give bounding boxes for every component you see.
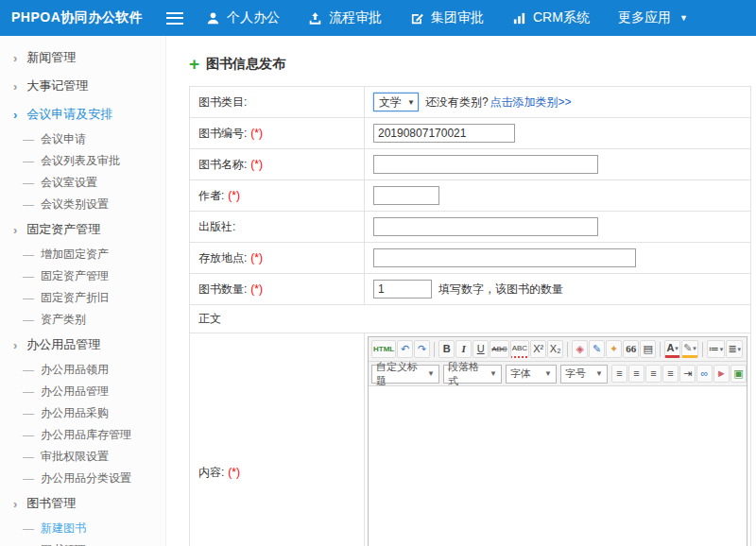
link-button[interactable]: ∞ <box>696 365 713 383</box>
chevron-down-icon: ▼ <box>679 13 688 23</box>
required-mark: (*) <box>250 282 263 296</box>
heading-select[interactable]: 自定义标题▼ <box>371 365 439 384</box>
rich-text-editor: HTML↶↷BIUABCABCX²X₂◈✎✦66▤A▾✎▾≔▾≣▾ 自定义标题▼… <box>368 336 747 546</box>
dash-icon: — <box>23 407 34 420</box>
sidebar-item[interactable]: —资产类别 <box>0 309 165 331</box>
sidebar-item[interactable]: —增加固定资产 <box>0 244 165 265</box>
clean-format-button[interactable]: ✦ <box>606 340 622 358</box>
indent-button[interactable]: ⇥ <box>679 365 696 383</box>
nav-process-approval[interactable]: 流程审批 <box>308 9 382 26</box>
sidebar-group-label: 图书管理 <box>26 495 76 512</box>
field-cell <box>365 212 751 243</box>
field-label: 作者:(*) <box>190 180 365 212</box>
numbered-list-button[interactable]: ≣▾ <box>726 340 743 358</box>
sidebar-group[interactable]: ›固定资产管理 <box>0 215 165 244</box>
editor-content[interactable] <box>369 386 747 546</box>
sidebar-menu: ›新闻管理›大事记管理›会议申请及安排—会议申请—会议列表及审批—会议室设置—会… <box>0 36 166 546</box>
add-category-link[interactable]: 点击添加类别>> <box>490 95 572 109</box>
font-color-button[interactable]: A▾ <box>664 340 680 358</box>
italic-button[interactable]: I <box>455 340 472 358</box>
sidebar-group[interactable]: ›会议申请及安排 <box>0 100 165 128</box>
sidebar-item-label: 固定资产折旧 <box>41 290 109 306</box>
toolbar-separator <box>434 342 435 357</box>
storage-location-input[interactable] <box>373 248 636 267</box>
sidebar-item[interactable]: —办公用品领用 <box>0 359 165 381</box>
book-number-input[interactable] <box>373 124 515 143</box>
nav-label: 集团审批 <box>431 9 484 26</box>
add-icon: + <box>189 55 199 73</box>
sidebar-item-label: 会议室设置 <box>41 175 97 191</box>
field-label: 图书编号:(*) <box>190 118 365 149</box>
dash-icon: — <box>23 270 34 283</box>
superscript-button[interactable]: X² <box>530 340 546 358</box>
blockquote-button[interactable]: 66 <box>623 340 639 358</box>
align-center-button[interactable]: ≡ <box>628 365 644 383</box>
chevron-down-icon: ▼ <box>595 369 603 378</box>
sidebar-group[interactable]: ›图书管理 <box>0 489 165 518</box>
bullet-list-button[interactable]: ≔▾ <box>707 340 726 358</box>
media-button[interactable]: ► <box>713 365 730 383</box>
dash-icon: — <box>23 314 34 327</box>
field-label: 图书名称:(*) <box>190 149 365 180</box>
book-quantity-input[interactable] <box>373 280 432 299</box>
sidebar-item[interactable]: —办公用品管理 <box>0 381 165 402</box>
sidebar-group[interactable]: ›新闻管理 <box>0 43 165 72</box>
nav-personal-office[interactable]: 个人办公 <box>206 9 280 26</box>
sidebar-item[interactable]: —办公用品库存管理 <box>0 424 165 446</box>
form-row: 存放地点:(*) <box>190 243 751 274</box>
menu-toggle-icon[interactable] <box>166 12 183 25</box>
font-family-select[interactable]: 字体▼ <box>506 365 557 384</box>
required-mark: (*) <box>250 127 263 140</box>
html-source-button[interactable]: HTML <box>371 340 396 358</box>
sidebar-item-label: 会议类别设置 <box>41 196 109 213</box>
category-hint: 还没有类别? <box>425 95 489 109</box>
sidebar-item[interactable]: —会议类别设置 <box>0 194 165 215</box>
underline-button[interactable]: U <box>472 340 489 358</box>
sidebar-item[interactable]: —办公用品分类设置 <box>0 468 165 489</box>
paragraph-select[interactable]: 段落格式▼ <box>443 365 502 384</box>
sidebar-item[interactable]: —新建图书 <box>0 518 165 539</box>
required-mark: (*) <box>228 189 240 202</box>
form-rows: 图书类目:文学▼还没有类别?点击添加类别>>图书编号:(*)图书名称:(*)作者… <box>190 87 751 305</box>
category-select[interactable]: 文学▼ <box>373 93 419 111</box>
subscript-button[interactable]: X₂ <box>547 340 563 358</box>
nav-crm-system[interactable]: CRM系统 <box>512 9 590 26</box>
spellcheck-button[interactable]: ABC <box>510 340 529 358</box>
nav-group-approval[interactable]: 集团审批 <box>410 9 484 26</box>
align-left-button[interactable]: ≡ <box>611 365 627 383</box>
main-content: + 图书信息发布 图书类目:文学▼还没有类别?点击添加类别>>图书编号:(*)图… <box>166 36 756 546</box>
format-painter-button[interactable]: ✎ <box>589 340 605 358</box>
editor-cell: HTML↶↷BIUABCABCX²X₂◈✎✦66▤A▾✎▾≔▾≣▾ 自定义标题▼… <box>365 333 751 546</box>
book-name-input[interactable] <box>373 155 598 174</box>
sidebar-item[interactable]: —办公用品采购 <box>0 402 165 424</box>
sidebar-item[interactable]: —固定资产管理 <box>0 265 165 287</box>
sidebar-item-label: 审批权限设置 <box>41 449 109 465</box>
bold-button[interactable]: B <box>438 340 455 358</box>
image-button[interactable]: ▣ <box>730 365 747 383</box>
chevron-down-icon: ▾ <box>738 346 742 352</box>
align-justify-button[interactable]: ≡ <box>662 365 679 383</box>
author-input[interactable] <box>373 186 439 205</box>
sidebar-item[interactable]: —会议申请 <box>0 128 165 150</box>
redo-button[interactable]: ↷ <box>414 340 430 358</box>
align-right-button[interactable]: ≡ <box>645 365 662 383</box>
sidebar-item[interactable]: —会议室设置 <box>0 172 165 194</box>
publisher-input[interactable] <box>373 217 598 236</box>
undo-button[interactable]: ↶ <box>397 340 413 358</box>
font-size-select[interactable]: 字号▼ <box>560 365 608 384</box>
sidebar-group[interactable]: ›办公用品管理 <box>0 331 165 359</box>
highlight-color-button[interactable]: ✎▾ <box>681 340 698 358</box>
paste-text-button[interactable]: ▤ <box>640 340 656 358</box>
eraser-button[interactable]: ◈ <box>572 340 588 358</box>
app-window: PHPOA协同办公软件 个人办公流程审批集团审批CRM系统更多应用▼ ›新闻管理… <box>0 0 756 546</box>
sidebar-item[interactable]: —审批权限设置 <box>0 446 165 468</box>
sidebar-item[interactable]: —固定资产折旧 <box>0 287 165 309</box>
nav-more-apps[interactable]: 更多应用▼ <box>618 9 688 26</box>
strikethrough-button[interactable]: ABC <box>490 340 508 358</box>
sidebar-item[interactable]: —图书管理 <box>0 539 165 546</box>
form-row: 图书数量:(*)填写数字，该图书的数量 <box>190 274 751 305</box>
dash-icon: — <box>23 198 34 212</box>
sidebar-item[interactable]: —会议列表及审批 <box>0 150 165 172</box>
dash-icon: — <box>23 451 34 464</box>
sidebar-group[interactable]: ›大事记管理 <box>0 72 165 100</box>
